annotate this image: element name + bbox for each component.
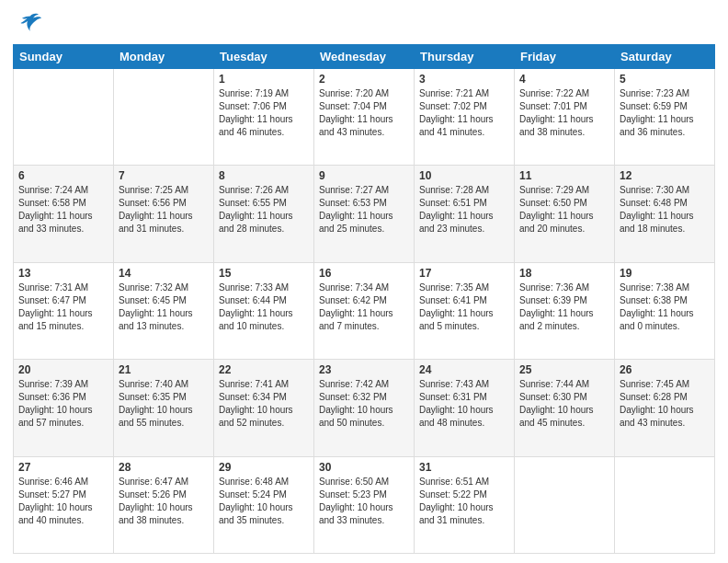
day-info: Sunrise: 7:28 AM Sunset: 6:51 PM Dayligh… (419, 184, 509, 236)
calendar-cell: 7Sunrise: 7:25 AM Sunset: 6:56 PM Daylig… (114, 166, 214, 262)
day-info: Sunrise: 7:24 AM Sunset: 6:58 PM Dayligh… (18, 184, 108, 236)
day-number: 15 (219, 267, 309, 280)
calendar-cell: 24Sunrise: 7:43 AM Sunset: 6:31 PM Dayli… (415, 360, 515, 456)
day-number: 28 (119, 461, 209, 474)
day-number: 14 (119, 267, 209, 280)
day-number: 1 (219, 73, 309, 86)
day-number: 10 (419, 169, 509, 182)
calendar-cell: 21Sunrise: 7:40 AM Sunset: 6:35 PM Dayli… (114, 360, 214, 456)
day-number: 16 (319, 267, 409, 280)
day-number: 31 (419, 461, 509, 474)
day-info: Sunrise: 7:40 AM Sunset: 6:35 PM Dayligh… (119, 378, 209, 430)
calendar-cell: 25Sunrise: 7:44 AM Sunset: 6:30 PM Dayli… (515, 360, 615, 456)
logo-bird-icon (17, 9, 44, 37)
calendar-cell: 12Sunrise: 7:30 AM Sunset: 6:48 PM Dayli… (615, 166, 715, 262)
day-info: Sunrise: 7:26 AM Sunset: 6:55 PM Dayligh… (219, 184, 309, 236)
day-number: 24 (419, 363, 509, 376)
weekday-header-saturday: Saturday (615, 45, 715, 69)
week-row-2: 6Sunrise: 7:24 AM Sunset: 6:58 PM Daylig… (14, 166, 715, 262)
calendar-cell: 5Sunrise: 7:23 AM Sunset: 6:59 PM Daylig… (615, 69, 715, 166)
calendar-cell: 10Sunrise: 7:28 AM Sunset: 6:51 PM Dayli… (415, 166, 515, 262)
weekday-header-friday: Friday (515, 45, 615, 69)
calendar-cell: 14Sunrise: 7:32 AM Sunset: 6:45 PM Dayli… (114, 262, 214, 359)
day-number: 11 (519, 169, 609, 182)
day-info: Sunrise: 7:33 AM Sunset: 6:44 PM Dayligh… (219, 282, 309, 333)
day-info: Sunrise: 7:43 AM Sunset: 6:31 PM Dayligh… (419, 378, 509, 430)
logo (13, 9, 44, 37)
calendar-cell (14, 69, 114, 166)
day-number: 21 (119, 363, 209, 376)
page: SundayMondayTuesdayWednesdayThursdayFrid… (0, 0, 728, 563)
weekday-header-monday: Monday (114, 45, 214, 69)
day-number: 18 (519, 267, 609, 280)
calendar-cell: 27Sunrise: 6:46 AM Sunset: 5:27 PM Dayli… (14, 456, 114, 553)
calendar-cell: 3Sunrise: 7:21 AM Sunset: 7:02 PM Daylig… (415, 69, 515, 166)
week-row-3: 13Sunrise: 7:31 AM Sunset: 6:47 PM Dayli… (14, 262, 715, 359)
calendar-cell (615, 456, 715, 553)
week-row-1: 1Sunrise: 7:19 AM Sunset: 7:06 PM Daylig… (14, 69, 715, 166)
weekday-header-thursday: Thursday (415, 45, 515, 69)
day-number: 12 (620, 169, 710, 182)
calendar-cell: 20Sunrise: 7:39 AM Sunset: 6:36 PM Dayli… (14, 360, 114, 456)
day-number: 20 (18, 363, 108, 376)
calendar-cell: 16Sunrise: 7:34 AM Sunset: 6:42 PM Dayli… (314, 262, 415, 359)
day-number: 4 (519, 73, 609, 86)
day-info: Sunrise: 7:29 AM Sunset: 6:50 PM Dayligh… (519, 184, 609, 236)
calendar-cell: 30Sunrise: 6:50 AM Sunset: 5:23 PM Dayli… (314, 456, 415, 553)
calendar-cell: 13Sunrise: 7:31 AM Sunset: 6:47 PM Dayli… (14, 262, 114, 359)
day-info: Sunrise: 7:35 AM Sunset: 6:41 PM Dayligh… (419, 282, 509, 333)
day-info: Sunrise: 7:44 AM Sunset: 6:30 PM Dayligh… (519, 378, 609, 430)
day-info: Sunrise: 7:36 AM Sunset: 6:39 PM Dayligh… (519, 282, 609, 333)
day-info: Sunrise: 7:38 AM Sunset: 6:38 PM Dayligh… (620, 282, 710, 333)
day-number: 8 (219, 169, 309, 182)
day-number: 29 (219, 461, 309, 474)
day-number: 23 (319, 363, 409, 376)
day-info: Sunrise: 6:47 AM Sunset: 5:26 PM Dayligh… (119, 476, 209, 527)
day-number: 25 (519, 363, 609, 376)
day-info: Sunrise: 7:32 AM Sunset: 6:45 PM Dayligh… (119, 282, 209, 333)
calendar-cell: 1Sunrise: 7:19 AM Sunset: 7:06 PM Daylig… (214, 69, 314, 166)
day-number: 9 (319, 169, 409, 182)
day-info: Sunrise: 7:30 AM Sunset: 6:48 PM Dayligh… (620, 184, 710, 236)
calendar-cell (515, 456, 615, 553)
day-info: Sunrise: 7:21 AM Sunset: 7:02 PM Dayligh… (419, 87, 509, 139)
day-number: 2 (319, 73, 409, 86)
day-number: 13 (18, 267, 108, 280)
calendar-cell: 9Sunrise: 7:27 AM Sunset: 6:53 PM Daylig… (314, 166, 415, 262)
header (13, 9, 715, 37)
day-info: Sunrise: 6:50 AM Sunset: 5:23 PM Dayligh… (319, 476, 409, 527)
weekday-header-wednesday: Wednesday (314, 45, 415, 69)
calendar-cell: 31Sunrise: 6:51 AM Sunset: 5:22 PM Dayli… (415, 456, 515, 553)
weekday-header-tuesday: Tuesday (214, 45, 314, 69)
day-info: Sunrise: 7:19 AM Sunset: 7:06 PM Dayligh… (219, 87, 309, 139)
day-info: Sunrise: 7:25 AM Sunset: 6:56 PM Dayligh… (119, 184, 209, 236)
calendar-cell: 26Sunrise: 7:45 AM Sunset: 6:28 PM Dayli… (615, 360, 715, 456)
day-info: Sunrise: 7:27 AM Sunset: 6:53 PM Dayligh… (319, 184, 409, 236)
day-number: 19 (620, 267, 710, 280)
day-info: Sunrise: 6:51 AM Sunset: 5:22 PM Dayligh… (419, 476, 509, 527)
week-row-4: 20Sunrise: 7:39 AM Sunset: 6:36 PM Dayli… (14, 360, 715, 456)
day-info: Sunrise: 7:20 AM Sunset: 7:04 PM Dayligh… (319, 87, 409, 139)
day-number: 27 (18, 461, 108, 474)
day-info: Sunrise: 7:42 AM Sunset: 6:32 PM Dayligh… (319, 378, 409, 430)
day-info: Sunrise: 7:31 AM Sunset: 6:47 PM Dayligh… (18, 282, 108, 333)
calendar-cell: 6Sunrise: 7:24 AM Sunset: 6:58 PM Daylig… (14, 166, 114, 262)
day-info: Sunrise: 7:23 AM Sunset: 6:59 PM Dayligh… (620, 87, 710, 139)
day-number: 5 (620, 73, 710, 86)
calendar-cell: 19Sunrise: 7:38 AM Sunset: 6:38 PM Dayli… (615, 262, 715, 359)
calendar-cell: 4Sunrise: 7:22 AM Sunset: 7:01 PM Daylig… (515, 69, 615, 166)
day-info: Sunrise: 7:41 AM Sunset: 6:34 PM Dayligh… (219, 378, 309, 430)
calendar-cell: 18Sunrise: 7:36 AM Sunset: 6:39 PM Dayli… (515, 262, 615, 359)
day-info: Sunrise: 7:39 AM Sunset: 6:36 PM Dayligh… (18, 378, 108, 430)
calendar-cell: 8Sunrise: 7:26 AM Sunset: 6:55 PM Daylig… (214, 166, 314, 262)
day-info: Sunrise: 7:34 AM Sunset: 6:42 PM Dayligh… (319, 282, 409, 333)
calendar-cell: 22Sunrise: 7:41 AM Sunset: 6:34 PM Dayli… (214, 360, 314, 456)
day-number: 22 (219, 363, 309, 376)
calendar-cell: 15Sunrise: 7:33 AM Sunset: 6:44 PM Dayli… (214, 262, 314, 359)
day-number: 26 (620, 363, 710, 376)
day-number: 7 (119, 169, 209, 182)
calendar-cell: 29Sunrise: 6:48 AM Sunset: 5:24 PM Dayli… (214, 456, 314, 553)
calendar-cell: 28Sunrise: 6:47 AM Sunset: 5:26 PM Dayli… (114, 456, 214, 553)
weekday-header-sunday: Sunday (14, 45, 114, 69)
day-number: 17 (419, 267, 509, 280)
